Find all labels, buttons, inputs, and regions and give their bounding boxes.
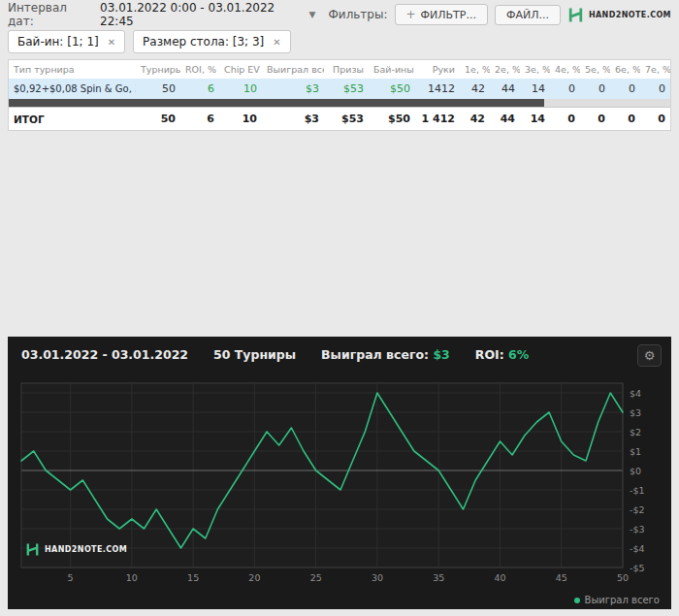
column-header[interactable]: Бай-ины [369, 60, 415, 79]
y-axis-label: -$4 [630, 543, 645, 554]
table-cell: 42 [460, 79, 490, 99]
table-cell: 0 [580, 79, 610, 99]
total-cell: ИТОГ [9, 108, 136, 131]
add-filter-button-label: ФИЛЬТР... [421, 9, 476, 21]
won-value: $3 [433, 347, 449, 362]
y-axis-label: $1 [630, 446, 641, 457]
x-axis-label: 35 [433, 572, 444, 583]
table-cell: 0 [610, 79, 640, 99]
column-header[interactable]: Турниры [136, 60, 180, 79]
chart-tournament-count: 50 Турниры [213, 347, 296, 362]
app-window: Интервал дат: 03.01.2022 0:00 - 03.01.20… [0, 0, 679, 616]
x-axis-label: 30 [372, 572, 383, 583]
total-cell: 0 [550, 108, 580, 131]
filter-chip-label: Бай-ин: [1; 1] [17, 35, 99, 49]
table-cell: $50 [369, 79, 415, 99]
y-axis-label: -$2 [630, 504, 645, 515]
horizontal-scrollbar[interactable] [9, 99, 670, 107]
active-filters: Бай-ин: [1; 1] ✕ Размер стола: [3; 3] ✕ [8, 30, 291, 53]
brand-logo: HAND2NOTE.COM [567, 7, 671, 23]
date-interval-label: Интервал дат: [8, 1, 93, 28]
filter-chip-label: Размер стола: [3; 3] [143, 35, 264, 49]
column-header[interactable]: ROI, % [180, 60, 219, 79]
column-header[interactable]: Chip EV [219, 60, 262, 79]
hand2note-logo-icon [25, 542, 40, 557]
column-header[interactable]: Тип турнира [9, 60, 136, 79]
column-header[interactable]: 1е, % [460, 60, 490, 79]
gear-icon[interactable]: ⚙ [637, 344, 662, 367]
total-cell: $3 [262, 108, 324, 131]
total-cell: 10 [219, 108, 262, 131]
table-cell: 14 [520, 79, 550, 99]
chart-roi-metric: ROI: 6% [475, 347, 530, 362]
filter-chip-buyin[interactable]: Бай-ин: [1; 1] ✕ [8, 30, 125, 53]
total-cell: 6 [180, 108, 219, 131]
y-axis-label: $0 [630, 466, 641, 476]
hand2note-logo-icon [567, 7, 584, 23]
table-cell: 1412 [415, 79, 460, 99]
chart-date-range: 03.01.2022 - 03.01.2022 [21, 347, 188, 362]
plus-icon: + [406, 8, 416, 21]
total-cell: 50 [136, 108, 180, 131]
watermark-text: HAND2NOTE.COM [45, 545, 127, 554]
y-axis-label: -$1 [630, 485, 645, 496]
total-row: ИТОГ50610$3$53$501 4124244140000 [9, 108, 670, 131]
table-cell: 10 [219, 79, 262, 99]
chevron-down-icon[interactable]: ▼ [309, 10, 316, 19]
column-header[interactable]: 2е, % [490, 60, 520, 79]
close-icon[interactable]: ✕ [108, 37, 115, 48]
table-cell: 0 [640, 79, 670, 99]
total-cell: 44 [490, 108, 520, 131]
stats-table: Тип турнираТурнирыROI, %Chip EVВыиграл в… [9, 60, 670, 99]
legend-label: Выиграл всего [585, 595, 660, 605]
add-filter-button[interactable]: + ФИЛЬТР... [395, 4, 488, 25]
brand-text: HAND2NOTE.COM [589, 11, 671, 19]
legend-dot-icon [574, 598, 580, 603]
table-cell: $0,92+$0,08 Spin & Go, 3max [9, 79, 136, 99]
chart-watermark: HAND2NOTE.COM [25, 542, 127, 557]
table-cell: 50 [136, 79, 180, 99]
y-axis-label: $2 [630, 427, 641, 438]
total-cell: 42 [460, 108, 490, 131]
date-interval-value[interactable]: 03.01.2022 0:00 - 03.01.2022 22:45 [100, 1, 305, 28]
chart-legend[interactable]: Выиграл всего [574, 595, 660, 605]
file-button[interactable]: ФАЙЛ... [495, 5, 561, 25]
total-cell: 0 [610, 108, 640, 131]
y-axis-label: -$3 [630, 524, 645, 535]
table-cell: $3 [262, 79, 324, 99]
total-cell: 0 [580, 108, 610, 131]
column-header[interactable]: 3е, % [520, 60, 550, 79]
column-header[interactable]: Выиграл всего [262, 60, 324, 79]
table-cell: $53 [324, 79, 369, 99]
total-cell: $53 [324, 108, 369, 131]
scrollbar-thumb[interactable] [9, 99, 544, 107]
file-button-label: ФАЙЛ... [506, 9, 549, 21]
column-header[interactable]: 5е, % [580, 60, 610, 79]
total-cell: $50 [369, 108, 415, 131]
column-header[interactable]: 6е, % [610, 60, 640, 79]
table-cell: 6 [180, 79, 219, 99]
total-cell: 14 [520, 108, 550, 131]
filter-chip-table-size[interactable]: Размер стола: [3; 3] ✕ [133, 30, 291, 53]
close-icon[interactable]: ✕ [273, 37, 280, 48]
y-axis-label: -$5 [630, 563, 645, 573]
column-header[interactable]: 4е, % [550, 60, 580, 79]
table-row[interactable]: $0,92+$0,08 Spin & Go, 3max50610$3$53$50… [9, 79, 670, 99]
table-cell: 44 [490, 79, 520, 99]
total-cell: 0 [640, 108, 670, 131]
table-header-row: Тип турнираТурнирыROI, %Chip EVВыиграл в… [9, 60, 670, 79]
chart-panel: 03.01.2022 - 03.01.2022 50 Турниры Выигр… [8, 337, 671, 609]
filters-label: Фильтры: [329, 8, 388, 21]
y-axis-label: $3 [630, 407, 641, 418]
x-axis-label: 40 [494, 572, 505, 583]
won-label: Выиграл всего: [321, 347, 429, 362]
column-header[interactable]: Призы [324, 60, 369, 79]
x-axis-label: 10 [126, 572, 138, 583]
column-header[interactable]: Руки [415, 60, 460, 79]
column-header[interactable]: 7е, % [640, 60, 670, 79]
stats-table-total: ИТОГ50610$3$53$501 4124244140000 [9, 107, 670, 130]
x-axis-label: 45 [556, 572, 567, 583]
total-cell: 1 412 [415, 108, 460, 131]
chart-won-metric: Выиграл всего: $3 [321, 347, 450, 362]
x-axis-label: 25 [310, 572, 322, 583]
